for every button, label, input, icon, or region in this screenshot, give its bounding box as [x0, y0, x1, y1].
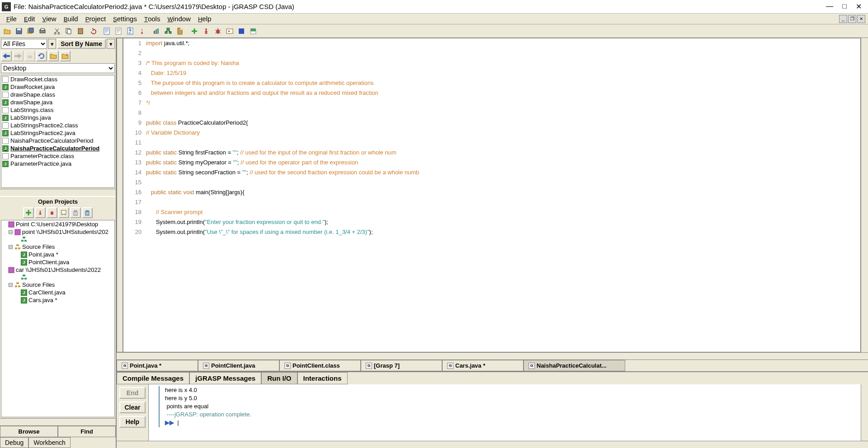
project-subnode[interactable]: ⊟point \\JHSfs01\JHSstudents\202: [1, 228, 114, 236]
sort-dropdown-icon[interactable]: ▾: [107, 39, 115, 49]
console-tab[interactable]: Run I/O: [261, 372, 297, 384]
code-line[interactable]: 6 between integers and and/or fractions …: [123, 88, 860, 98]
menu-settings[interactable]: Settings: [109, 14, 141, 23]
editor-tab[interactable]: GPointClient.java: [198, 360, 279, 371]
console-tab[interactable]: Interactions: [297, 372, 348, 384]
uml-node[interactable]: [1, 236, 114, 243]
open-file-icon[interactable]: [2, 26, 13, 37]
editor-tab[interactable]: G[Grasp 7]: [361, 360, 442, 371]
console-tab[interactable]: jGRASP Messages: [189, 372, 261, 384]
file-item[interactable]: JNaishaPracticeCalculatorPeriod: [1, 145, 114, 152]
code-line[interactable]: 2: [123, 48, 860, 58]
file-item[interactable]: LabStrings.class: [1, 106, 114, 114]
path-select[interactable]: Desktop: [1, 63, 115, 73]
source-files-node[interactable]: ⊟Source Files: [1, 243, 114, 251]
folder-icon[interactable]: [48, 51, 59, 61]
menu-file[interactable]: File: [3, 14, 20, 23]
nav-back-icon[interactable]: [1, 51, 12, 61]
debug-tab[interactable]: Debug: [0, 437, 28, 448]
stop-icon[interactable]: [236, 26, 247, 37]
file-item[interactable]: LabStringsPractice2.class: [1, 121, 114, 129]
run-args-icon[interactable]: [224, 26, 235, 37]
editor-tab[interactable]: GPointClient.class: [279, 360, 361, 371]
save-all-icon[interactable]: [25, 26, 36, 37]
editor-scroll-left[interactable]: [117, 38, 123, 352]
project-tree[interactable]: Point C:\Users\241979\Desktop⊟point \\JH…: [1, 220, 115, 417]
debug-project-icon[interactable]: [47, 207, 57, 218]
mdi-close-icon[interactable]: ✕: [857, 15, 865, 23]
code-line[interactable]: 20 System.out.println("Use \"_\" for spa…: [123, 227, 860, 237]
file-item[interactable]: JDrawRocket.java: [1, 83, 114, 91]
undo-icon[interactable]: [87, 26, 98, 37]
help-button[interactable]: Help: [119, 416, 146, 428]
code-line[interactable]: 15: [123, 177, 860, 187]
canvas-icon[interactable]: [58, 207, 69, 218]
maximize-icon[interactable]: □: [842, 2, 847, 11]
code-line[interactable]: 1import java.util.*;: [123, 38, 860, 48]
file-item[interactable]: JLabStrings.java: [1, 114, 114, 121]
folder-new-icon[interactable]: [60, 51, 71, 61]
run-icon[interactable]: [201, 26, 212, 37]
code-line[interactable]: 17: [123, 197, 860, 207]
hscroll2[interactable]: [0, 418, 116, 425]
editor-tab[interactable]: GPoint.java *: [117, 360, 198, 371]
menu-help[interactable]: Help: [194, 14, 215, 23]
save-icon[interactable]: [14, 26, 24, 37]
bookmark-icon[interactable]: [137, 26, 147, 37]
uml-node[interactable]: [1, 274, 114, 281]
interactions-icon[interactable]: [248, 26, 259, 37]
console-output[interactable]: here is x 4.0 here is y 5.0 points are e…: [148, 384, 861, 441]
file-item[interactable]: drawShape.class: [1, 91, 114, 98]
console-vscroll[interactable]: [861, 384, 868, 441]
run-project-icon[interactable]: [35, 207, 46, 218]
source-files-node[interactable]: ⊟Source Files: [1, 281, 114, 289]
delete-icon[interactable]: [82, 207, 93, 218]
line-numbers-icon[interactable]: 12: [125, 26, 136, 37]
sort-button[interactable]: Sort By Name: [57, 39, 106, 49]
code-editor[interactable]: 1import java.util.*;23/* This program is…: [123, 38, 861, 352]
project-node[interactable]: Point C:\Users\241979\Desktop: [1, 220, 114, 228]
mdi-restore-icon[interactable]: ❐: [848, 15, 856, 23]
file-item[interactable]: DrawRocket.class: [1, 75, 114, 83]
code-line[interactable]: 3/* This program is coded by: Naisha: [123, 58, 860, 68]
csd-generate-icon[interactable]: [101, 26, 112, 37]
cpg-icon[interactable]: [151, 26, 162, 37]
code-line[interactable]: 10// Variable Dictionary: [123, 128, 860, 138]
nav-up-icon[interactable]: [24, 51, 35, 61]
menu-build[interactable]: Build: [60, 14, 82, 23]
source-file[interactable]: JCarClient.java: [1, 289, 114, 296]
file-item[interactable]: NaishaPracticeCalculatorPeriod: [1, 137, 114, 145]
file-item[interactable]: ParameterPractice.class: [1, 152, 114, 160]
uml-icon[interactable]: [163, 26, 174, 37]
editor-vscroll[interactable]: [861, 38, 868, 352]
project-node[interactable]: car \\JHSfs01\JHSstudents\2022: [1, 266, 114, 274]
filter-dropdown-icon[interactable]: ▾: [48, 39, 56, 49]
hscroll[interactable]: [0, 189, 116, 196]
editor-hscroll[interactable]: [117, 352, 868, 359]
code-line[interactable]: 11: [123, 138, 860, 148]
print-icon[interactable]: [37, 26, 48, 37]
editor-tab[interactable]: GCars.java *: [442, 360, 524, 371]
nav-forward-icon[interactable]: [13, 51, 24, 61]
console-hscroll[interactable]: [117, 441, 868, 448]
paste-icon[interactable]: [75, 26, 86, 37]
code-line[interactable]: 13public static String myOperator = ""; …: [123, 158, 860, 168]
refresh-icon[interactable]: [36, 51, 47, 61]
code-line[interactable]: 14public static String secondFraction = …: [123, 168, 860, 177]
workbench-tab[interactable]: Workbench: [28, 437, 71, 448]
file-filter-select[interactable]: All Files: [1, 39, 47, 49]
menu-project[interactable]: Project: [82, 14, 109, 23]
clear-button[interactable]: Clear: [119, 401, 146, 413]
debug-icon[interactable]: [212, 26, 223, 37]
end-button[interactable]: End: [119, 387, 146, 399]
code-line[interactable]: 18 // Scanner prompt: [123, 207, 860, 217]
jar-icon[interactable]: [70, 207, 81, 218]
code-line[interactable]: 9public class PracticeCalculatorPeriod2{: [123, 118, 860, 128]
source-file[interactable]: JPoint.java *: [1, 251, 114, 258]
file-item[interactable]: JdrawShape.java: [1, 98, 114, 106]
find-tab[interactable]: Find: [58, 426, 116, 437]
doc-icon[interactable]: [175, 26, 185, 37]
console-tab[interactable]: Compile Messages: [117, 372, 189, 384]
add-project-icon[interactable]: [23, 207, 34, 218]
menu-window[interactable]: Window: [164, 14, 194, 23]
